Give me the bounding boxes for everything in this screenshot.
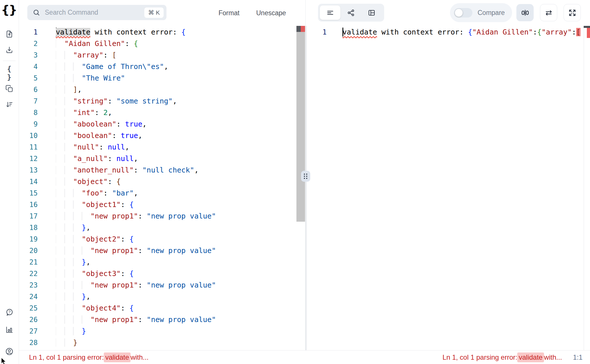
line-number: 7 (19, 95, 38, 107)
code-token: { (129, 235, 134, 243)
account-button[interactable] (5, 347, 14, 356)
code-token: "new prop1" (90, 315, 138, 324)
scrollbar-thumb[interactable] (296, 32, 305, 222)
code-line: 1validate with context error: {"Aidan Gi… (307, 26, 590, 38)
code-token: "string" (73, 97, 108, 105)
code-line: 16 "object1": { (19, 199, 305, 210)
code-token: "object1" (82, 200, 120, 209)
code-line: 18 }, (19, 222, 305, 233)
fullscreen-icon (568, 9, 576, 17)
code-token: , (86, 223, 90, 232)
view-mode-table[interactable] (361, 5, 382, 20)
sort-icon (5, 100, 14, 109)
status-bar-right: Ln 1, col 1 parsing error: validate with… (306, 350, 590, 364)
status-message-suffix: with... (131, 353, 149, 361)
code-token: validate (342, 28, 377, 36)
code-token: true (121, 131, 138, 140)
json-editor-left[interactable]: 1validate with context error: {2 "Aidan … (19, 26, 305, 350)
code-token: : (138, 281, 147, 289)
sidebar: { } { } ? (0, 0, 19, 364)
braces-tool-button[interactable]: { } (5, 68, 14, 77)
code-token: "object3" (82, 269, 120, 278)
line-number: 24 (19, 291, 38, 302)
json-editor-right[interactable]: 1validate with context error: {"Aidan Gi… (307, 26, 590, 350)
view-mode-text[interactable] (320, 5, 340, 20)
code-line: 4 "Game of Thron\"es", (19, 61, 305, 72)
code-token: , (77, 85, 82, 94)
line-number: 23 (19, 279, 38, 291)
code-line: 9 "aboolean": true, (19, 118, 305, 130)
scrollbar-track (584, 26, 584, 350)
help-button[interactable]: ? (5, 308, 14, 317)
code-line: 14 "object": { (19, 176, 305, 187)
code-token (56, 223, 82, 232)
code-line: 22 "object3": { (19, 268, 305, 279)
fullscreen-button[interactable] (564, 4, 581, 21)
code-token (56, 304, 82, 312)
code-token: { (537, 28, 541, 36)
code-token: : (116, 120, 125, 128)
code-token: , (134, 154, 138, 163)
line-number: 11 (19, 141, 38, 153)
code-token: } (73, 338, 77, 347)
upload-file-button[interactable] (5, 30, 14, 39)
code-token: { (129, 200, 134, 209)
format-button[interactable]: Format (219, 0, 240, 26)
code-token: : (95, 108, 103, 117)
code-token: "new prop value" (147, 212, 216, 220)
code-token: : (121, 235, 129, 243)
clone-tool-button[interactable] (5, 84, 14, 93)
code-token: : (108, 154, 116, 163)
analytics-button[interactable] (5, 325, 14, 334)
code-token: , (138, 131, 142, 140)
sort-tool-button[interactable] (5, 100, 14, 109)
unescape-button[interactable]: Unescape (256, 0, 286, 26)
search-icon (32, 9, 40, 16)
search-input[interactable]: Search Command ⌘ K (27, 5, 166, 20)
pane-resize-handle[interactable] (301, 171, 310, 182)
code-token: "array" (73, 51, 103, 59)
app-logo[interactable]: { } (1, 3, 17, 17)
line-number: 25 (19, 302, 38, 314)
mouse-cursor (1, 358, 7, 364)
code-token: : (104, 189, 112, 197)
code-line: 6 ], (19, 84, 305, 95)
code-token: "object2" (82, 235, 120, 243)
view-mode-graph[interactable] (340, 5, 361, 20)
code-token: : (533, 28, 537, 36)
code-line: 2 "Aidan Gillen": { (19, 38, 305, 49)
download-icon (5, 46, 14, 54)
code-token (56, 281, 90, 289)
line-number: 14 (19, 176, 38, 187)
code-token: [ (576, 28, 581, 36)
code-line: 23 "new prop1": "new prop value" (19, 279, 305, 291)
code-token: , (194, 166, 199, 174)
compare-toggle[interactable] (454, 8, 472, 18)
download-button[interactable] (5, 45, 14, 54)
code-token: : (108, 97, 116, 105)
code-token: "int" (73, 108, 95, 117)
code-token (56, 74, 82, 82)
line-number: 10 (19, 130, 38, 141)
code-token: "foo" (82, 189, 103, 197)
code-token (56, 315, 90, 324)
code-line: 15 "foo": "bar", (19, 187, 305, 199)
code-token: } (82, 258, 86, 266)
code-token: null (108, 143, 125, 151)
line-number: 3 (19, 49, 38, 61)
code-token: } (82, 292, 86, 301)
swap-panes-button[interactable] (540, 4, 557, 21)
code-token: : (138, 246, 147, 255)
code-token: : (121, 269, 129, 278)
code-token: : (112, 131, 121, 140)
code-token (56, 292, 82, 301)
line-number: 22 (19, 268, 38, 279)
cursor-position: 1:1 (573, 353, 583, 361)
view-mode-switcher (318, 4, 384, 22)
code-token: validate (56, 28, 90, 36)
status-error-token: validate (517, 352, 544, 362)
swap-arrows-icon (545, 9, 553, 17)
code-token: "a_null" (73, 154, 108, 163)
side-by-side-button[interactable] (516, 4, 534, 21)
overview-error-marker (587, 28, 590, 38)
